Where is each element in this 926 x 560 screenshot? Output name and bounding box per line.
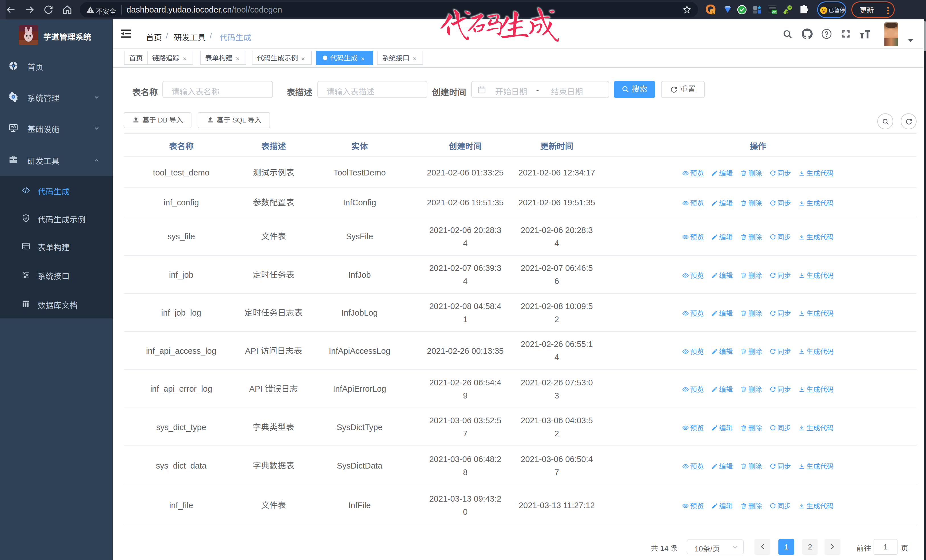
svg-text:1: 1 — [711, 10, 714, 15]
svg-text:on: on — [772, 10, 776, 14]
